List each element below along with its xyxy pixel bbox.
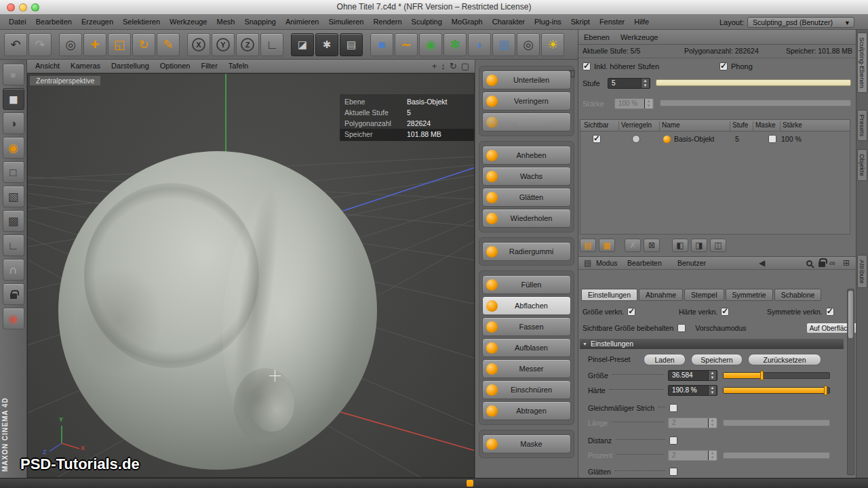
layer-lock-radio[interactable] [632, 135, 640, 143]
tool-wachs[interactable]: Wachs [482, 167, 571, 186]
stepper-icon[interactable]: ▲▼ [708, 386, 716, 395]
rotate-tool-button[interactable]: ↻ [132, 33, 155, 56]
layer-row[interactable]: Basis-Objekt 5 100 % [580, 133, 850, 146]
mograph-button[interactable]: ✽ [443, 33, 467, 56]
sculpt-sphere[interactable] [58, 151, 377, 470]
toggle-view-icon[interactable]: ▢ [461, 61, 469, 71]
history-back-icon[interactable]: ◀ [759, 258, 765, 268]
slider-thumb[interactable] [824, 386, 827, 395]
lock-y-button[interactable]: Y [212, 33, 235, 56]
menu-bearbeiten[interactable]: Bearbeiten [31, 15, 77, 29]
phong-check[interactable]: Phong [719, 62, 753, 70]
menu-mesh[interactable]: Mesh [212, 15, 239, 29]
menu-charakter[interactable]: Charakter [488, 15, 530, 29]
redo-button[interactable]: ↷ [28, 33, 52, 56]
dock-axis-mode-button[interactable]: ∟ [3, 235, 24, 256]
attribute-scrollbar[interactable] [847, 289, 854, 475]
distanz-checkbox[interactable] [669, 436, 677, 445]
layer-mask-checkbox[interactable] [768, 135, 776, 143]
viewport-menu-tafeln[interactable]: Tafeln [223, 60, 254, 73]
tab-schablone[interactable]: Schablone [774, 289, 822, 301]
menu-snapping[interactable]: Snapping [239, 15, 281, 29]
zoom-button[interactable] [31, 3, 39, 12]
scrollbar-thumb[interactable] [848, 291, 853, 338]
tool-messer[interactable]: Messer [482, 359, 571, 378]
side-tab-sculpting-ebenen[interactable]: Sculpting-Ebenen [857, 33, 867, 93]
viewport[interactable]: Zentralperspektive Ebene Basis-Objekt Ak… [27, 73, 475, 478]
tab-einstellungen[interactable]: Einstellungen [581, 289, 637, 301]
dock-snap-button[interactable]: ∩ [3, 259, 24, 281]
paste-layer-button[interactable]: ◨ [691, 239, 707, 252]
menu-plugins[interactable]: Plug-ins [530, 15, 566, 29]
layer-visible-checkbox[interactable] [593, 135, 601, 143]
menu-hilfe[interactable]: Hilfe [629, 15, 654, 29]
menu-fenster[interactable]: Fenster [595, 15, 629, 29]
viewport-menu-optionen[interactable]: Optionen [155, 60, 196, 73]
menu-skript[interactable]: Skript [566, 15, 595, 29]
tool-abflachen[interactable]: Abflachen [482, 296, 571, 315]
checkbox-icon[interactable] [719, 62, 728, 70]
menu-datei[interactable]: Datei [4, 15, 31, 29]
tool-unterteilen[interactable]: Unterteilen [482, 70, 571, 89]
menu-sculpting[interactable]: Sculpting [407, 15, 447, 29]
move-tool-button[interactable]: + [83, 33, 106, 56]
dock-texture-mode-button[interactable]: ◑ [3, 113, 24, 134]
close-button[interactable] [7, 3, 15, 12]
search-icon[interactable] [806, 260, 812, 266]
zoom-view-icon[interactable]: ↕ [441, 61, 446, 71]
tool-erhoehen[interactable]: Erhöhen [482, 113, 571, 131]
tool-anheben[interactable]: Anheben [482, 146, 571, 165]
menu-rendern[interactable]: Rendern [368, 15, 406, 29]
mode-bearbeiten[interactable]: Bearbeiten [627, 259, 662, 267]
clear-layer-button[interactable]: ⊠ [644, 239, 660, 252]
stepper-icon[interactable]: ▲▼ [708, 371, 716, 380]
zuruecksetzen-button[interactable]: Zurücksetzen [748, 354, 821, 365]
tool-abtragen[interactable]: Abtragen [482, 401, 571, 420]
tool-fuellen[interactable]: Füllen [482, 275, 571, 294]
tab-stempel[interactable]: Stempel [684, 289, 724, 301]
side-tab-objekte[interactable]: Objekte [857, 149, 867, 181]
mode-modus[interactable]: Modus [596, 259, 618, 267]
tool-aufblasen[interactable]: Aufblasen [482, 338, 571, 357]
merge-layer-button[interactable]: ◫ [710, 239, 726, 252]
deformer-button[interactable]: ◗ [468, 33, 491, 56]
dock-edges-mode-button[interactable]: ▧ [3, 186, 24, 207]
dock-model-mode-button[interactable]: ● [3, 64, 24, 85]
add-folder-button[interactable]: ▦ [599, 239, 615, 252]
tool-glaetten[interactable]: Glätten [482, 188, 571, 207]
visible-size-checkbox[interactable] [677, 324, 686, 332]
lock-z-button[interactable]: Z [236, 33, 259, 56]
menu-erzeugen[interactable]: Erzeugen [77, 15, 118, 29]
dock-workplane-button[interactable]: ◉ [3, 308, 24, 329]
tool-radiergummi[interactable]: Radiergummi [482, 242, 571, 261]
stepper-icon[interactable]: ▲▼ [641, 79, 649, 88]
symmetrie-verkn-check[interactable]: Symmetrie verkn. [767, 306, 834, 317]
viewport-menu-kameras[interactable]: Kameras [65, 60, 106, 73]
menu-selektieren[interactable]: Selektieren [118, 15, 165, 29]
dock-object-mode-button[interactable]: ◼ [3, 88, 24, 110]
scale-tool-button[interactable]: ◱ [108, 33, 131, 56]
render-queue-button[interactable]: ▤ [340, 33, 363, 56]
dock-polygons-mode-button[interactable]: ▩ [3, 210, 24, 232]
lock-x-button[interactable]: X [187, 33, 210, 56]
panel-icon[interactable]: ⊞ [843, 258, 850, 268]
tool-fassen[interactable]: Fassen [482, 317, 571, 336]
spline-button[interactable]: ∼ [395, 33, 418, 56]
groesse-slider[interactable] [723, 372, 830, 379]
tool-wiederholen[interactable]: Wiederholen [482, 209, 571, 228]
section-einstellungen[interactable]: Einstellungen [580, 339, 844, 349]
groesse-input[interactable]: 36.584▲▼ [668, 370, 717, 381]
menu-mograph[interactable]: MoGraph [447, 15, 488, 29]
menu-simulieren[interactable]: Simulieren [323, 15, 368, 29]
environment-button[interactable]: ▦ [492, 33, 515, 56]
coordinate-system-button[interactable]: ∟ [260, 33, 283, 56]
rotate-view-icon[interactable]: ↻ [450, 61, 457, 71]
primitive-cube-button[interactable]: ■ [370, 33, 393, 56]
viewport-menu-darstellung[interactable]: Darstellung [106, 60, 155, 73]
history-icon[interactable]: ∞ [829, 258, 835, 268]
side-tab-presets[interactable]: Presets [857, 110, 867, 141]
add-layer-button[interactable]: ▤ [580, 239, 596, 252]
tool-maske[interactable]: Maske [482, 434, 571, 453]
last-tool-button[interactable]: ✎ [157, 33, 180, 56]
viewport-menu-ansicht[interactable]: Ansicht [30, 60, 65, 73]
